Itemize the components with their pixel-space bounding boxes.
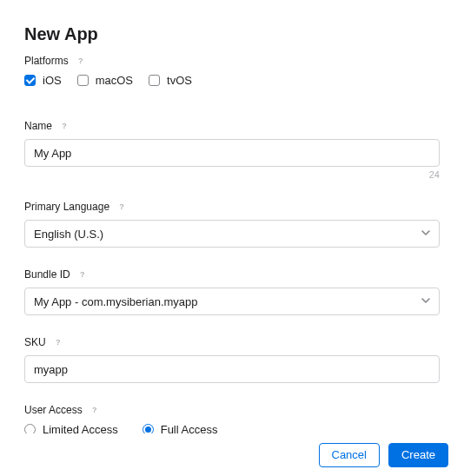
primary-language-select-wrap: English (U.S.) [24, 220, 440, 248]
select-value: My App - com.mysiberian.myapp [34, 295, 198, 308]
checkbox-label: macOS [96, 74, 133, 87]
create-button[interactable]: Create [388, 443, 448, 467]
sku-field-block: SKU ? [24, 336, 440, 383]
checkbox-icon [149, 75, 160, 86]
radio-label: Full Access [161, 423, 218, 433]
help-icon[interactable]: ? [116, 202, 127, 212]
bundle-id-label-row: Bundle ID ? [24, 268, 440, 281]
help-icon[interactable]: ? [89, 405, 100, 415]
user-access-options: Limited Access Full Access [24, 423, 440, 433]
name-char-count: 24 [24, 169, 440, 180]
checkbox-icon [24, 75, 36, 86]
form-scroll-area[interactable]: New App Platforms ? iOS macOS tvOS Name … [0, 0, 464, 433]
checkbox-label: tvOS [167, 74, 192, 87]
checkbox-icon [77, 75, 89, 86]
name-field-block: Name ? 24 [24, 120, 440, 180]
select-value: English (U.S.) [34, 228, 103, 241]
user-access-radio-full[interactable]: Full Access [143, 423, 218, 433]
bundle-id-select-wrap: My App - com.mysiberian.myapp [24, 288, 440, 315]
name-label: Name [24, 120, 52, 132]
bundle-id-field-block: Bundle ID ? My App - com.mysiberian.myap… [24, 268, 440, 315]
help-icon[interactable]: ? [59, 121, 70, 131]
radio-icon [143, 424, 154, 433]
bundle-id-label: Bundle ID [24, 268, 70, 281]
help-icon[interactable]: ? [76, 56, 86, 66]
primary-language-select[interactable]: English (U.S.) [24, 220, 440, 248]
user-access-radio-limited[interactable]: Limited Access [24, 423, 118, 433]
primary-language-field-block: Primary Language ? English (U.S.) [24, 201, 440, 248]
platform-checkbox-macos[interactable]: macOS [77, 74, 133, 87]
help-icon[interactable]: ? [77, 269, 88, 280]
dialog-footer: Cancel Create [0, 433, 464, 476]
bundle-id-select[interactable]: My App - com.mysiberian.myapp [24, 288, 440, 315]
primary-language-label: Primary Language [24, 201, 109, 213]
platforms-label: Platforms [24, 55, 69, 67]
user-access-label-row: User Access ? [24, 404, 440, 416]
cancel-button[interactable]: Cancel [319, 443, 380, 467]
platforms-label-row: Platforms ? [24, 55, 440, 67]
user-access-label: User Access [24, 404, 83, 416]
primary-language-label-row: Primary Language ? [24, 201, 440, 213]
sku-label-row: SKU ? [24, 336, 440, 348]
sku-label: SKU [24, 336, 46, 348]
user-access-field-block: User Access ? Limited Access Full Access [24, 404, 440, 433]
name-input[interactable] [24, 139, 440, 167]
name-label-row: Name ? [24, 120, 440, 132]
help-icon[interactable]: ? [53, 337, 63, 347]
radio-label: Limited Access [43, 423, 118, 433]
page-title: New App [24, 24, 440, 44]
radio-icon [24, 424, 36, 433]
platform-checkbox-ios[interactable]: iOS [24, 74, 62, 87]
checkbox-label: iOS [43, 74, 62, 87]
platform-checkbox-tvos[interactable]: tvOS [149, 74, 192, 87]
sku-input[interactable] [24, 355, 440, 383]
platforms-options: iOS macOS tvOS [24, 74, 440, 87]
